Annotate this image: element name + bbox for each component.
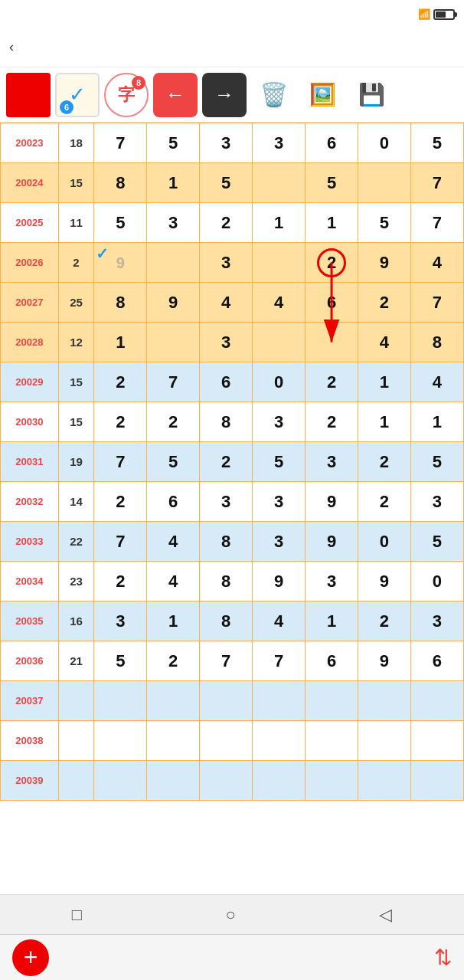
table-row[interactable]: 200241581557 xyxy=(1,163,464,203)
row-cell: 2 xyxy=(200,203,253,243)
row-cell: 3 xyxy=(94,601,147,641)
trash-icon: 🗑️ xyxy=(260,81,288,108)
row-sum: 15 xyxy=(58,362,94,402)
row-cell: 9 xyxy=(306,482,358,522)
row-id: 20031 xyxy=(1,442,59,482)
row-cell: 4 xyxy=(253,601,306,641)
table-row[interactable]: 20034232489390 xyxy=(1,562,464,601)
row-sum: 18 xyxy=(58,123,94,163)
row-id: 20039 xyxy=(1,761,59,801)
table-row[interactable]: 20029152760214 xyxy=(1,362,464,402)
save-button[interactable]: 💾 xyxy=(349,73,394,117)
row-cell: 8 xyxy=(410,323,463,362)
nav-left[interactable]: ‹ xyxy=(9,39,17,55)
row-cell xyxy=(200,721,253,761)
row-cell: 5 xyxy=(306,163,358,203)
row-cell: 5 xyxy=(410,522,463,562)
row-cell: 7 xyxy=(410,163,463,203)
row-id: 20035 xyxy=(1,601,59,641)
row-cell: 5 xyxy=(94,203,147,243)
row-cell xyxy=(306,323,358,362)
row-cell: 5 xyxy=(358,203,411,243)
row-sum: 22 xyxy=(58,522,94,562)
nav-bar: ‹ xyxy=(0,28,464,67)
table-row[interactable]: 20032142633923 xyxy=(1,482,464,522)
row-cell xyxy=(94,681,147,721)
row-cell: 1 xyxy=(147,601,200,641)
android-nav: □ ○ ◁ xyxy=(0,894,464,934)
row-cell: 3 xyxy=(306,442,358,482)
row-cell xyxy=(306,721,358,761)
table-row[interactable]: 20038 xyxy=(1,721,464,761)
row-cell: 5 xyxy=(147,123,200,163)
table-row[interactable]: 20030152283211 xyxy=(1,402,464,442)
row-cell: 0 xyxy=(358,123,411,163)
table-row[interactable]: 20039 xyxy=(1,761,464,801)
row-cell: 5 xyxy=(200,163,253,203)
row-cell xyxy=(306,761,358,801)
row-sum: 16 xyxy=(58,601,94,641)
table-row[interactable]: 20028121348 xyxy=(1,323,464,362)
android-circle-btn[interactable]: ○ xyxy=(226,905,236,925)
row-cell: 3 xyxy=(410,482,463,522)
row-sum: 15 xyxy=(58,402,94,442)
checkmark-button[interactable]: ✓ 6 xyxy=(55,73,100,117)
row-cell xyxy=(410,721,463,761)
row-cell xyxy=(410,681,463,721)
row-cell: 2 xyxy=(94,482,147,522)
row-cell: 6 xyxy=(200,362,253,402)
table-row[interactable]: 20023187533605 xyxy=(1,123,464,163)
row-cell: 7 xyxy=(94,442,147,482)
row-id: 20027 xyxy=(1,283,59,323)
forward-arrow-button[interactable]: → xyxy=(202,73,247,117)
android-square-btn[interactable]: □ xyxy=(72,905,82,925)
add-button[interactable]: + xyxy=(12,939,49,976)
checkmark-badge: 6 xyxy=(60,100,74,114)
row-cell xyxy=(94,721,147,761)
row-cell: 5 xyxy=(410,123,463,163)
trash-button[interactable]: 🗑️ xyxy=(251,73,296,117)
table-row[interactable]: 20031197525325 xyxy=(1,442,464,482)
row-cell xyxy=(200,761,253,801)
row-cell: 3 xyxy=(253,123,306,163)
row-sum xyxy=(58,721,94,761)
back-arrow-button[interactable]: ← xyxy=(153,73,198,117)
row-cell: 3 xyxy=(147,203,200,243)
table-row[interactable]: 20037 xyxy=(1,681,464,721)
battery-icon xyxy=(433,9,455,20)
row-cell: 3 xyxy=(200,243,253,283)
row-cell xyxy=(147,721,200,761)
table-container: 2002318753360520024158155720025115321157… xyxy=(0,123,464,801)
row-id: 20026 xyxy=(1,243,59,283)
table-row[interactable]: 20036215277696 xyxy=(1,641,464,681)
table-row[interactable]: 20035163184123 xyxy=(1,601,464,641)
table-row[interactable]: 20033227483905 xyxy=(1,522,464,562)
row-cell: 6 xyxy=(306,123,358,163)
row-cell: 2 xyxy=(358,482,411,522)
photo-button[interactable]: 🖼️ xyxy=(300,73,345,117)
row-cell: 7 xyxy=(94,522,147,562)
row-cell: 2 xyxy=(306,243,358,283)
row-cell xyxy=(253,721,306,761)
row-sum: 21 xyxy=(58,641,94,681)
char-button[interactable]: 字 8 xyxy=(104,73,149,117)
row-cell: 3 xyxy=(200,123,253,163)
row-cell: 9 xyxy=(358,562,411,601)
back-icon[interactable]: ‹ xyxy=(9,39,14,55)
table-row[interactable]: 20027258944627 xyxy=(1,283,464,323)
row-sum: 12 xyxy=(58,323,94,362)
bottom-toolbar: + ⇅ xyxy=(0,934,464,980)
table-row[interactable]: 20025115321157 xyxy=(1,203,464,243)
row-id: 20028 xyxy=(1,323,59,362)
row-cell xyxy=(253,163,306,203)
row-cell: 4 xyxy=(410,362,463,402)
row-cell xyxy=(253,681,306,721)
row-cell: 2 xyxy=(200,442,253,482)
row-sum: 23 xyxy=(58,562,94,601)
android-back-btn[interactable]: ◁ xyxy=(379,905,392,925)
sort-button[interactable]: ⇅ xyxy=(434,945,452,970)
red-square-button[interactable] xyxy=(6,73,51,117)
row-cell: 7 xyxy=(410,203,463,243)
table-row[interactable]: 2002629✓3294 xyxy=(1,243,464,283)
row-sum: 14 xyxy=(58,482,94,522)
